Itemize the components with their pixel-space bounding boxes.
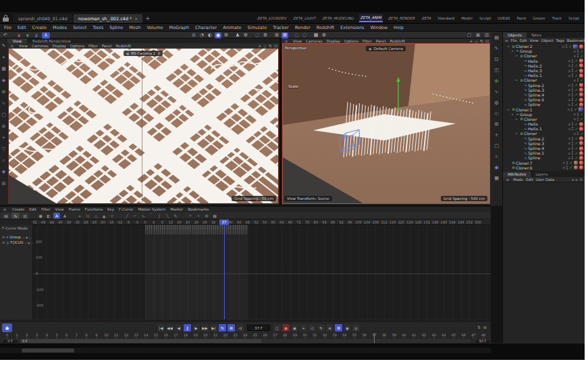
material-tag-icon[interactable]	[579, 161, 583, 165]
material-tag-icon[interactable]	[579, 83, 583, 87]
object-tree-row[interactable]: ·∾Helix.3⊘✓	[503, 68, 585, 73]
right-strip-icon-1[interactable]: ✎	[493, 45, 500, 51]
current-frame-field[interactable]: 37 F	[247, 325, 270, 331]
objects-menu-edit[interactable]: Edit	[520, 38, 527, 43]
record-rotation-button[interactable]: ↻	[317, 324, 325, 332]
enabled-check-icon[interactable]: ✓	[574, 136, 578, 140]
visibility-dots[interactable]	[572, 156, 573, 159]
timeline-menu-filter[interactable]: Filter	[41, 207, 51, 211]
left-strip-icon-2[interactable]: ▦	[0, 65, 7, 72]
enabled-check-icon[interactable]: ✓	[574, 103, 578, 107]
panel-menu-icon[interactable]: ≡	[284, 38, 289, 43]
character-settings-icon[interactable]: ⚙	[242, 32, 249, 38]
enabled-check-icon[interactable]: ✓	[574, 88, 578, 92]
viewport-menu-cameras[interactable]: Cameras	[306, 39, 322, 43]
dope-sheet-mode[interactable]: ▤	[2, 213, 10, 219]
enabled-check-icon[interactable]: ✓	[580, 49, 583, 53]
zoom-icon[interactable]: ◇	[475, 38, 478, 43]
move-key-icon[interactable]: +	[76, 213, 83, 219]
linear-icon[interactable]: ╱	[124, 213, 130, 219]
layout-tab-zeta_render[interactable]: ZETA_RENDER	[387, 15, 417, 22]
record-position-button[interactable]: +	[300, 324, 307, 332]
object-tree-row[interactable]: ·∿Spline.3⊘✓	[503, 141, 585, 146]
menu-tracker[interactable]: Tracker	[273, 25, 288, 30]
timeline-menu-frame[interactable]: Frame	[69, 207, 80, 211]
enabled-check-icon[interactable]: ✓	[580, 78, 583, 82]
timeline-menu-view[interactable]: View	[55, 207, 64, 211]
visibility-dots[interactable]	[577, 113, 579, 116]
pen-icon[interactable]: ✎	[172, 213, 179, 219]
track-toggle-icon-0[interactable]: ○	[24, 241, 27, 244]
snap-icon[interactable]: ⊙	[190, 32, 197, 38]
material-tag-icon[interactable]	[579, 45, 583, 49]
right-strip-icon-6[interactable]: ◍	[493, 99, 500, 105]
layer-icon[interactable]: ⊘	[573, 54, 576, 58]
scale-icon[interactable]: △	[92, 213, 99, 219]
material-tag-icon[interactable]	[579, 98, 583, 102]
timeline-menu-key[interactable]: Key	[107, 207, 114, 211]
viewport-menu-display[interactable]: Display	[53, 44, 66, 48]
menu-window[interactable]: Window	[370, 25, 387, 30]
left-strip-icon-9[interactable]: ▽	[0, 146, 7, 152]
layout-tab-zeta_modeling[interactable]: ZETA_MODELING	[321, 15, 355, 22]
viewport-menu-redshift[interactable]: Redshift	[116, 44, 131, 48]
viewport-menu-options[interactable]: Options	[344, 39, 358, 43]
object-tree-row[interactable]: ·∿Spline⊘✓	[503, 155, 585, 160]
maximize-icon[interactable]: ⊡	[485, 38, 489, 43]
layout-tab-uvedit[interactable]: UVEdit	[496, 15, 511, 22]
goto-end-button[interactable]: ▶|	[210, 324, 217, 332]
enabled-check-icon[interactable]: ✓	[569, 161, 572, 165]
object-tree-row[interactable]: ·▾⌖Group⊘✓	[503, 112, 585, 117]
layout-tab-model[interactable]: Model	[460, 15, 474, 22]
enabled-check-icon[interactable]: ✓	[580, 117, 583, 121]
enabled-check-icon[interactable]: ✓	[574, 122, 578, 126]
visibility-dots[interactable]	[572, 69, 573, 72]
layer-icon[interactable]: ⊘	[573, 117, 576, 121]
layer-icon[interactable]: ⊘	[568, 98, 570, 102]
right-strip-icon-5[interactable]: ∿	[493, 88, 500, 95]
material-tag-icon[interactable]	[579, 147, 583, 151]
layout-tab-zeta_lookdev[interactable]: ZETA_LOOKDEV	[256, 15, 288, 22]
axis-x-button[interactable]: X	[16, 32, 22, 38]
visibility-dots[interactable]	[572, 103, 573, 106]
settings-icon[interactable]: ⚙	[203, 213, 210, 219]
window-layout-icon-2[interactable]: ▥	[483, 32, 490, 38]
object-tree-row[interactable]: ·⊛Cloner.7⊘✓	[503, 161, 585, 165]
object-tree-row[interactable]: ·∿Spline.5⊘✓	[503, 97, 585, 102]
object-tree-row[interactable]: ·∿Spline.2⊘✓	[503, 136, 585, 141]
menu-tools[interactable]: Tools	[92, 25, 103, 30]
history-back-icon[interactable]: ◂	[572, 178, 574, 182]
ring-icon[interactable]: ◌	[254, 32, 261, 38]
visibility-dots[interactable]	[566, 161, 568, 165]
panel-menu-icon[interactable]: ≡	[9, 43, 15, 48]
axis-mode-button[interactable]: ⅄	[42, 32, 50, 38]
layout-tab-sculpt[interactable]: Sculpt	[478, 15, 492, 22]
key-icon[interactable]: ●	[37, 213, 44, 219]
panel-menu-icon[interactable]: ≡	[2, 207, 7, 211]
material-tag-icon[interactable]	[574, 161, 578, 165]
timeline-menu-create[interactable]: Create	[12, 207, 24, 211]
object-tree-row[interactable]: ·▾⊛Cloner⊘✓	[503, 78, 585, 82]
right-strip-icon-3[interactable]: ◫	[493, 67, 500, 73]
left-strip-icon-1[interactable]: ⌖	[0, 54, 7, 60]
material-tag-icon[interactable]	[579, 69, 583, 73]
object-tree-row[interactable]: ·▾⊛Cloner.2⊘✓	[503, 44, 585, 49]
close-tab-icon[interactable]: ×	[134, 16, 138, 21]
material-tag-icon[interactable]	[579, 156, 583, 160]
ease-icon[interactable]: ⌒	[148, 213, 155, 219]
viewport-menu-panel[interactable]: Panel	[376, 39, 386, 43]
layer-icon[interactable]: ⊘	[568, 59, 570, 63]
camera-menu-icon[interactable]: ≣	[157, 51, 160, 55]
layer-icon[interactable]: ⊘	[568, 88, 570, 92]
zoom-icon[interactable]: ◇	[263, 43, 267, 48]
viewport-menu-filter[interactable]: Filter	[363, 39, 372, 43]
pan-icon[interactable]: +	[469, 38, 473, 43]
attributes-menu-edit[interactable]: Edit	[526, 178, 533, 182]
right-strip-icon-0[interactable]: ▤	[493, 34, 500, 41]
snap-key-icon[interactable]: ▽	[109, 213, 115, 219]
current-frame-chip[interactable]: 37	[219, 219, 229, 225]
previous-frame-button[interactable]: ◀	[175, 324, 182, 332]
enabled-check-icon[interactable]: ✓	[574, 147, 578, 151]
record-scale-button[interactable]: ◇	[309, 324, 316, 332]
enabled-check-icon[interactable]: ✓	[580, 54, 583, 58]
